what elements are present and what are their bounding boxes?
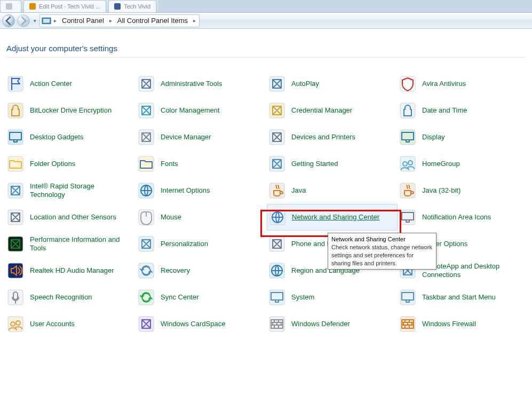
- cp-item-label: Taskbar and Start Menu: [422, 293, 496, 302]
- cp-item-network-sharing[interactable]: Network and Sharing Center: [267, 204, 398, 231]
- chevron-right-icon[interactable]: ▸: [107, 18, 114, 23]
- font-icon: [138, 155, 155, 172]
- cp-item-label: Speech Recognition: [30, 293, 92, 302]
- cp-item-fonts[interactable]: Fonts: [136, 151, 267, 177]
- cp-item-firewall[interactable]: Windows Firewall: [398, 311, 528, 337]
- back-button[interactable]: [2, 14, 15, 27]
- cp-item-sync-center[interactable]: Sync Center: [136, 284, 267, 311]
- browser-tab-strip: Edit Post · Tech Vivid ... Tech Vivid: [0, 0, 532, 13]
- tooltip-body: Check network status, change network set…: [331, 243, 433, 267]
- cp-item-cardspace[interactable]: Windows CardSpace: [136, 311, 267, 337]
- browser-tab[interactable]: Edit Post · Tech Vivid ...: [23, 0, 106, 12]
- cp-item-device-mgr[interactable]: Device Manager: [136, 124, 267, 151]
- cp-item-label: RemoteApp and Desktop Connections: [422, 262, 521, 280]
- page-title: Adjust your computer's settings: [6, 44, 117, 53]
- tools-icon: [137, 75, 155, 93]
- globe-icon: [138, 182, 155, 199]
- cp-item-mouse[interactable]: Mouse: [136, 204, 267, 231]
- cp-item-display[interactable]: Display: [398, 124, 528, 151]
- printer-icon: [268, 128, 286, 146]
- mouse-icon: [137, 208, 155, 226]
- cp-item-cred-mgr[interactable]: Credential Manager: [267, 97, 398, 124]
- cp-item-notif-icons[interactable]: Notification Area Icons: [398, 204, 528, 231]
- cp-item-intel-rst[interactable]: Intel® Rapid Storage Technology: [5, 177, 136, 204]
- cp-item-admin-tools[interactable]: Administrative Tools: [136, 70, 267, 97]
- cp-item-label: Action Center: [30, 80, 72, 88]
- cp-item-internet-opts[interactable]: Internet Options: [136, 177, 267, 204]
- address-breadcrumb[interactable]: ▸ Control Panel ▸ All Control Panel Item…: [39, 14, 200, 27]
- cp-item-label: Display: [422, 133, 445, 141]
- compass-icon: [6, 208, 25, 226]
- cp-item-homegroup[interactable]: HomeGroup: [398, 151, 528, 177]
- cp-item-defender[interactable]: Windows Defender: [267, 311, 398, 337]
- chevron-right-icon[interactable]: ▸: [191, 18, 198, 23]
- perf-icon: [6, 235, 25, 253]
- folder-icon: [6, 155, 25, 173]
- card-icon: [138, 315, 155, 333]
- svg-rect-31: [139, 263, 154, 278]
- nav-history-dropdown[interactable]: ▾: [32, 15, 37, 26]
- cp-item-color-mgmt[interactable]: Color Management: [136, 97, 267, 124]
- cp-item-label: Intel® Rapid Storage Technology: [30, 182, 129, 200]
- mouse-icon: [138, 209, 155, 226]
- cp-item-java32[interactable]: Java (32-bit): [398, 177, 528, 204]
- flag-icon: [7, 75, 24, 92]
- taskbar-icon: [399, 288, 417, 306]
- cp-item-label: Java (32-bit): [422, 186, 460, 195]
- svg-rect-15: [139, 156, 154, 171]
- firewall-icon: [399, 315, 417, 333]
- cp-item-avira[interactable]: Avira Antivirus: [398, 70, 528, 97]
- cp-item-date-time[interactable]: Date and Time: [398, 97, 528, 124]
- cp-item-personalize[interactable]: Personalization: [136, 231, 267, 257]
- cp-item-system[interactable]: System: [267, 284, 398, 311]
- cp-item-realtek[interactable]: Realtek HD Audio Manager: [5, 257, 136, 284]
- cp-item-taskbar[interactable]: Taskbar and Start Menu: [398, 284, 528, 311]
- cp-item-location[interactable]: Location and Other Sensors: [5, 204, 136, 231]
- cp-item-bitlocker[interactable]: BitLocker Drive Encryption: [5, 97, 136, 124]
- svg-rect-1: [43, 19, 50, 23]
- cp-item-recovery[interactable]: Recovery: [136, 257, 267, 284]
- breadcrumb-segment[interactable]: Control Panel: [59, 15, 107, 27]
- cp-item-label: Network and Sharing Center: [292, 213, 379, 222]
- cp-item-action-center[interactable]: Action Center: [5, 70, 136, 97]
- network-icon: [268, 208, 287, 226]
- safe-icon: [268, 101, 286, 120]
- control-panel-grid: Action CenterAdministrative ToolsAutoPla…: [5, 70, 529, 337]
- cp-item-folder-opts[interactable]: Folder Options: [5, 151, 136, 177]
- cp-item-label: Mouse: [161, 213, 181, 222]
- control-panel-icon: [41, 15, 52, 26]
- breadcrumb-segment[interactable]: All Control Panel Items: [114, 15, 191, 27]
- network-icon: [269, 209, 286, 226]
- forward-button[interactable]: [17, 14, 30, 27]
- cp-item-perf-info[interactable]: Performance Information and Tools: [5, 231, 136, 257]
- cp-item-label: Performance Information and Tools: [30, 235, 129, 253]
- cp-item-label: Fonts: [161, 160, 178, 168]
- cp-item-getting-started[interactable]: Getting Started: [267, 151, 398, 177]
- device-icon: [138, 129, 155, 146]
- cp-item-label: Credential Manager: [291, 106, 352, 115]
- cp-item-label: HomeGroup: [422, 160, 460, 168]
- folder-icon: [7, 155, 24, 172]
- cp-item-user-accounts[interactable]: User Accounts: [5, 311, 136, 337]
- cp-item-autoplay[interactable]: AutoPlay: [267, 70, 398, 97]
- browser-tab[interactable]: [0, 0, 21, 12]
- chip-icon: [6, 181, 25, 200]
- system-icon: [268, 288, 286, 306]
- java-icon: [268, 182, 285, 199]
- cp-item-label: Windows CardSpace: [161, 320, 225, 328]
- cp-item-devices-printers[interactable]: Devices and Printers: [267, 124, 398, 151]
- start-icon: [268, 155, 285, 172]
- theme-icon: [137, 235, 155, 253]
- browser-tab[interactable]: Tech Vivid: [108, 0, 156, 12]
- chevron-right-icon[interactable]: ▸: [52, 18, 59, 23]
- cp-item-speech[interactable]: Speech Recognition: [5, 284, 136, 311]
- cp-item-java[interactable]: Java: [267, 177, 398, 204]
- autoplay-icon: [268, 75, 286, 93]
- cp-item-label: Administrative Tools: [161, 80, 222, 88]
- cp-item-label: Avira Antivirus: [422, 80, 466, 88]
- cp-item-label: Desktop Gadgets: [30, 133, 83, 141]
- shield-icon: [399, 75, 417, 93]
- cp-item-gadgets[interactable]: Desktop Gadgets: [5, 124, 136, 151]
- theme-icon: [138, 235, 155, 252]
- safe-icon: [268, 102, 285, 119]
